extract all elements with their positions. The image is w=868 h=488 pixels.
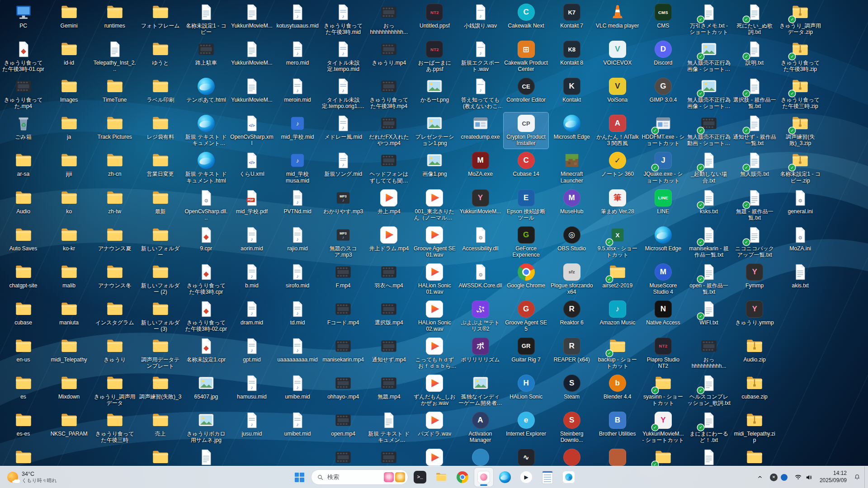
desktop-icon[interactable]: きゅうり食ってた午後3時-02.cpr: [184, 298, 228, 334]
desktop-icon[interactable]: MMuseScore Studio 4: [641, 261, 685, 297]
desktop-icon[interactable]: ✓WIFI.txt: [687, 298, 731, 334]
desktop-icon[interactable]: </>くらU.xml: [230, 150, 274, 186]
desktop-icon[interactable]: MMuseHub: [549, 187, 594, 223]
desktop-icon[interactable]: Track Pictures: [92, 113, 137, 149]
taskbar-search[interactable]: 検索: [311, 469, 408, 485]
taskbar-app-media-player[interactable]: ▶: [517, 468, 536, 487]
desktop-icon[interactable]: ◎OBS Studio: [549, 224, 594, 260]
desktop-icon[interactable]: 通知せず.mp4: [367, 335, 411, 371]
desktop-icon[interactable]: ✓ノートン 360: [595, 150, 640, 186]
desktop-icon[interactable]: ✓_起動しない場合.txt: [687, 150, 731, 186]
desktop-icon[interactable]: </>OpenCvSharp.xml: [230, 113, 274, 149]
desktop-icon[interactable]: createdump.exe: [458, 113, 503, 149]
desktop-icon[interactable]: YukkuriMovieM...: [230, 38, 274, 75]
desktop-icon[interactable]: ⚙MoZA.ini: [778, 224, 823, 260]
desktop-icon[interactable]: 画像1.png: [412, 150, 457, 186]
desktop-icon[interactable]: open.mp4: [321, 409, 366, 446]
desktop-icon[interactable]: Images: [47, 75, 91, 112]
desktop-icon[interactable]: こってもｈｄずおｆｄｓｂらぉ.wav: [412, 335, 457, 371]
desktop-icon[interactable]: かるーt.png: [412, 75, 457, 112]
desktop-icon[interactable]: ⚙OpenCvSharp.dll...: [184, 187, 228, 223]
desktop-icon[interactable]: LINELINE: [641, 187, 685, 223]
desktop-icon[interactable]: maniuta: [47, 298, 91, 334]
desktop-icon[interactable]: ✓まにまにわーるど！.txt: [687, 409, 731, 446]
desktop-icon[interactable]: id-id: [47, 38, 91, 75]
desktop-icon[interactable]: CCakewalk Next: [504, 1, 548, 38]
desktop-icon[interactable]: AActivation Manager: [458, 409, 503, 446]
desktop-icon[interactable]: 売上: [138, 409, 183, 446]
desktop-icon[interactable]: 新しいフォルダー (2): [138, 261, 183, 297]
desktop-icon[interactable]: きゅうり食ってた午後3時-01.cpr: [1, 38, 46, 75]
desktop-icon[interactable]: 営業日変更: [138, 150, 183, 186]
desktop-icon[interactable]: ar-sa: [1, 150, 46, 186]
desktop-icon[interactable]: ♪新規エクスポート.wav: [458, 38, 503, 75]
desktop-icon[interactable]: Groove Agent SE 01.wav: [412, 224, 457, 260]
desktop-icon[interactable]: malib: [47, 261, 91, 297]
taskbar-app-voice-app[interactable]: [559, 468, 578, 487]
desktop-icon[interactable]: ♪b.mid: [230, 261, 274, 297]
taskbar-app-notepad[interactable]: [538, 468, 557, 487]
desktop-icon[interactable]: ずんだもん_しおかぜぉ.wav: [412, 372, 457, 408]
desktop-icon[interactable]: TimeTune: [92, 75, 137, 112]
desktop-icon[interactable]: DDiscord: [641, 38, 685, 75]
desktop-icon[interactable]: アナウンス冬: [92, 261, 137, 297]
desktop-icon[interactable]: PDFmid_学校.pdf: [230, 187, 274, 223]
desktop-icon[interactable]: ♪td.mid: [275, 298, 320, 334]
desktop-icon[interactable]: ♪PVTNd.mid: [275, 187, 320, 223]
desktop-icon[interactable]: VVOICEVOX: [595, 38, 640, 75]
desktop-icon[interactable]: en-us: [1, 335, 46, 371]
desktop-icon[interactable]: おっhhhhhhhhhhh...: [367, 1, 411, 38]
desktop-icon[interactable]: テンポあて.html: [184, 75, 228, 112]
desktop-icon[interactable]: ♪メドレー風.mid: [321, 113, 366, 149]
desktop-icon[interactable]: CCubase 14: [504, 150, 548, 186]
desktop-icon[interactable]: ♪mero.mid: [275, 38, 320, 75]
desktop-icon[interactable]: きゅうり食ってた午後3時.cpr: [184, 261, 228, 297]
tray-app-buttons[interactable]: ✕: [767, 468, 791, 486]
desktop-icon[interactable]: ♻ごみ箱: [1, 113, 46, 149]
desktop-icon[interactable]: ♪umibe.mid: [275, 372, 320, 408]
desktop-icon[interactable]: ✓選択肢 - 親作品一覧.txt: [732, 75, 777, 112]
desktop-icon[interactable]: midi_Telepathy.zip: [732, 409, 777, 446]
desktop-icon[interactable]: ✓説明.txt: [732, 38, 777, 75]
desktop-icon[interactable]: ko-kr: [47, 224, 91, 260]
desktop-icon[interactable]: プレゼンテーション1.png: [412, 113, 457, 149]
desktop-icon[interactable]: 最新: [138, 187, 183, 223]
desktop-icon[interactable]: ⚙general.ini: [778, 187, 823, 223]
desktop-icon[interactable]: アナウンス夏: [92, 224, 137, 260]
taskbar-app-google-chrome[interactable]: [453, 468, 472, 487]
desktop-icon[interactable]: 新規 テキスト ドキュメント.html: [184, 150, 228, 186]
desktop-icon[interactable]: ✓調声練習(失敗)_3.zip: [778, 113, 823, 149]
taskbar-app-file-explorer[interactable]: [432, 468, 451, 487]
desktop-icon[interactable]: きゅうり_調声用データ: [92, 372, 137, 408]
desktop-icon[interactable]: Yきゅうり.ymmp: [732, 298, 777, 334]
desktop-icon[interactable]: ♪rajio.mid: [275, 224, 320, 260]
desktop-icon[interactable]: インスタグラム: [92, 298, 137, 334]
desktop-icon[interactable]: ✓無題 - 親作品一覧.txt: [732, 187, 777, 223]
desktop-icon[interactable]: chatgpt-site: [1, 261, 46, 297]
desktop-icon[interactable]: ✓backup - ショートカット: [595, 335, 640, 371]
desktop-icon[interactable]: 新規 テキスト ドキュメント.musicxml: [367, 409, 411, 446]
desktop-icon[interactable]: ja: [47, 113, 91, 149]
desktop-icon[interactable]: ラベル印刷: [138, 75, 183, 112]
desktop-icon[interactable]: 路上駐車: [184, 38, 228, 75]
desktop-icon[interactable]: ♪答え知ってても(教えないわこれ).wav: [458, 75, 503, 112]
desktop-icon[interactable]: ♪小銭譲り.wav: [458, 1, 503, 38]
desktop-icon[interactable]: Google Chrome: [504, 261, 548, 297]
desktop-icon[interactable]: K7Kontakt 7: [549, 1, 594, 38]
desktop-icon[interactable]: es: [1, 372, 46, 408]
desktop-icon[interactable]: GGroove Agent SE 5: [504, 298, 548, 334]
desktop-icon[interactable]: HALion Sonic 01.wav: [412, 261, 457, 297]
desktop-icon[interactable]: CEController Editor: [504, 75, 548, 112]
desktop-icon[interactable]: おっhhhhhhhhhh...: [687, 335, 731, 371]
desktop-icon[interactable]: akis.txt: [778, 261, 823, 297]
desktop-icon[interactable]: きゅうりボカロ用サムネ.jpg: [184, 409, 228, 446]
desktop-icon[interactable]: sfzPlogue sforzando x64: [549, 261, 594, 297]
desktop-icon[interactable]: ✓ヘルスコンプレッション_歌詞.txt: [687, 372, 731, 408]
desktop-icon[interactable]: Microsoft Edge: [641, 224, 685, 260]
desktop-icon[interactable]: 調声練習(失敗)_3: [138, 372, 183, 408]
desktop-icon[interactable]: ♪mid_学校.mid: [275, 113, 320, 149]
desktop-icon[interactable]: MP3♪わかりやす.mp3: [321, 187, 366, 223]
desktop-icon[interactable]: きゅうり.mp4: [367, 38, 411, 75]
desktop-icon[interactable]: ♪タイトル未設定.tempo.orig1.mid: [321, 75, 366, 112]
desktop-icon[interactable]: VLC media player: [595, 1, 640, 38]
